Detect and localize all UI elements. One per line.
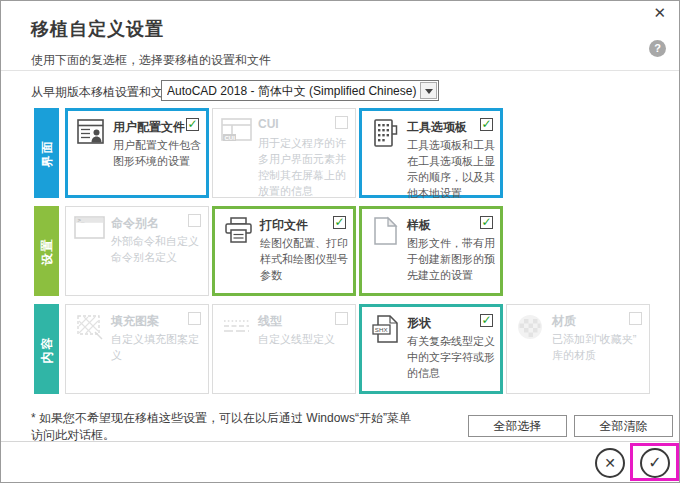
linetype-icon (220, 312, 254, 342)
header-divider (1, 70, 680, 71)
shx-shape-icon: SHX (369, 314, 403, 344)
checkbox-unchecked[interactable] (188, 214, 201, 227)
cui-icon: CUI (220, 116, 254, 146)
card-description: 已添加到“收藏夹”库的材质 (552, 331, 645, 363)
card-title: 样板 (407, 217, 431, 234)
card-description: 自定义填充图案定义 (111, 331, 204, 363)
svg-text:>_: >_ (78, 217, 86, 223)
page-title: 移植自定义设置 (31, 17, 164, 41)
card-title: 线型 (258, 313, 282, 330)
checkbox-unchecked[interactable] (335, 312, 348, 325)
dialog-subtitle: 使用下面的复选框，选择要移植的设置和文件 (31, 52, 271, 69)
card-title: 工具选项板 (407, 119, 467, 136)
template-document-icon (369, 216, 403, 246)
checkbox-checked[interactable]: ✓ (480, 314, 493, 327)
card-description: 工具选项板和工具在工具选项板上显示的顺序，以及其他本地设置 (407, 137, 496, 201)
card-title: CUI (258, 117, 279, 131)
checkbox-checked[interactable]: ✓ (333, 216, 346, 229)
card-linetypes[interactable]: 线型 自定义线型定义 (212, 304, 356, 394)
card-title: 用户配置文件 (113, 119, 185, 136)
material-sphere-icon (514, 312, 548, 342)
card-title: 命令别名 (111, 215, 159, 232)
checkbox-checked[interactable]: ✓ (480, 216, 493, 229)
footer-divider (1, 441, 680, 442)
close-icon[interactable]: ✕ (649, 2, 670, 24)
source-version-label: 从早期版本移植设置和文件: (31, 84, 178, 101)
card-templates[interactable]: 样板 ✓ 图形文件，带有用于创建新图形的预先建立的设置 (359, 206, 503, 296)
migrate-custom-settings-dialog: 移植自定义设置 使用下面的复选框，选择要移植的设置和文件 ✕ ? 从早期版本移植… (0, 0, 680, 483)
card-title: 材质 (552, 313, 576, 330)
checkbox-unchecked[interactable] (629, 312, 642, 325)
checkbox-unchecked[interactable] (335, 116, 348, 129)
user-profile-icon (75, 118, 109, 148)
category-label-settings: 设置 (34, 206, 59, 296)
svg-text:SHX: SHX (375, 326, 388, 333)
annotation-highlight (630, 443, 679, 481)
cancel-button[interactable]: ✕ (595, 448, 625, 478)
card-description: 用户配置文件包含图形环境的设置 (113, 137, 202, 169)
card-command-aliases[interactable]: >_ 命令别名 外部命令和自定义命令别名定义 (65, 206, 209, 296)
card-description: 自定义线型定义 (258, 331, 351, 347)
category-label-content: 内容 (34, 304, 59, 394)
card-description: 用于定义程序的许多用户界面元素并控制其在屏幕上的放置的信息 (258, 135, 351, 199)
tool-palettes-icon (369, 118, 403, 148)
card-description: 外部命令和自定义命令别名定义 (111, 233, 204, 265)
card-shapes[interactable]: SHX 形状 ✓ 有关复杂线型定义中的文字字符或形的信息 (359, 304, 503, 394)
source-version-value: AutoCAD 2018 - 简体中文 (Simplified Chinese)… (167, 83, 419, 100)
source-version-select[interactable]: AutoCAD 2018 - 简体中文 (Simplified Chinese)… (161, 80, 439, 101)
category-label-interface: 界面 (34, 108, 59, 198)
card-title: 填充图案 (111, 313, 159, 330)
card-hatch-patterns[interactable]: 填充图案 自定义填充图案定义 (65, 304, 209, 394)
card-plot-files[interactable]: 打印文件 ✓ 绘图仪配置、打印样式和绘图仪型号参数 (212, 206, 356, 296)
svg-text:CUI: CUI (225, 135, 236, 141)
chevron-down-icon[interactable] (420, 82, 437, 99)
clear-all-button[interactable]: 全部清除 (574, 415, 673, 437)
card-description: 有关复杂线型定义中的文字字符或形的信息 (407, 333, 496, 381)
hatch-pattern-icon (73, 312, 107, 342)
card-tool-palettes[interactable]: 工具选项板 ✓ 工具选项板和工具在工具选项板上显示的顺序，以及其他本地设置 (359, 108, 503, 198)
printer-icon (222, 216, 256, 246)
footnote: * 如果您不希望现在移植这些设置，可以在以后通过 Windows“开始”菜单访问… (31, 410, 416, 444)
checkbox-checked[interactable]: ✓ (186, 118, 199, 131)
card-description: 绘图仪配置、打印样式和绘图仪型号参数 (260, 235, 349, 283)
command-alias-icon: >_ (73, 214, 107, 244)
select-all-button[interactable]: 全部选择 (468, 415, 567, 437)
card-title: 打印文件 (260, 217, 308, 234)
checkbox-unchecked[interactable] (188, 312, 201, 325)
card-materials[interactable]: 材质 已添加到“收藏夹”库的材质 (506, 304, 650, 394)
card-cui[interactable]: CUI CUI 用于定义程序的许多用户界面元素并控制其在屏幕上的放置的信息 (212, 108, 356, 198)
card-title: 形状 (407, 315, 431, 332)
card-description: 图形文件，带有用于创建新图形的预先建立的设置 (407, 235, 496, 283)
card-user-profiles[interactable]: 用户配置文件 ✓ 用户配置文件包含图形环境的设置 (65, 108, 209, 198)
checkbox-checked[interactable]: ✓ (480, 118, 493, 131)
help-button[interactable]: ? (649, 40, 666, 57)
